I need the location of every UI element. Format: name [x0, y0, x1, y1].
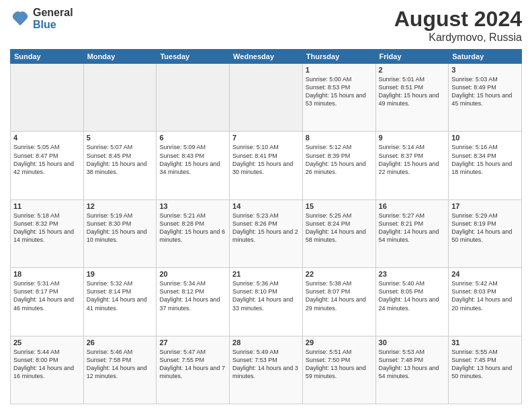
- day-number: 21: [232, 270, 300, 278]
- day-number: 19: [87, 270, 154, 278]
- header: General Blue August 2024 Kardymovo, Russ…: [10, 7, 522, 44]
- day-number: 6: [159, 134, 226, 142]
- day-info: Sunrise: 5:55 AMSunset: 7:45 PMDaylight:…: [451, 348, 519, 381]
- calendar-cell: 15Sunrise: 5:25 AMSunset: 8:24 PMDayligh…: [302, 199, 375, 267]
- day-number: 12: [87, 202, 154, 210]
- day-info: Sunrise: 5:10 AMSunset: 8:41 PMDaylight:…: [232, 143, 300, 176]
- day-info: Sunrise: 5:47 AMSunset: 7:55 PMDaylight:…: [159, 348, 226, 381]
- col-thursday: Thursday: [302, 50, 375, 64]
- day-number: 20: [159, 270, 226, 278]
- calendar-cell: 19Sunrise: 5:32 AMSunset: 8:14 PMDayligh…: [83, 268, 157, 336]
- day-info: Sunrise: 5:21 AMSunset: 8:28 PMDaylight:…: [159, 212, 226, 244]
- day-info: Sunrise: 5:46 AMSunset: 7:58 PMDaylight:…: [87, 348, 154, 381]
- day-number: 30: [379, 338, 446, 347]
- calendar-cell: 17Sunrise: 5:29 AMSunset: 8:19 PMDayligh…: [449, 199, 522, 267]
- day-number: 24: [451, 270, 519, 278]
- calendar-cell: 25Sunrise: 5:44 AMSunset: 8:00 PMDayligh…: [11, 336, 84, 404]
- calendar-cell: [11, 64, 84, 132]
- calendar-cell: 10Sunrise: 5:16 AMSunset: 8:34 PMDayligh…: [449, 132, 522, 199]
- day-info: Sunrise: 5:05 AMSunset: 8:47 PMDaylight:…: [13, 143, 81, 176]
- calendar-cell: 3Sunrise: 5:03 AMSunset: 8:49 PMDaylight…: [449, 64, 522, 132]
- day-info: Sunrise: 5:31 AMSunset: 8:17 PMDaylight:…: [13, 279, 81, 312]
- calendar-header: Sunday Monday Tuesday Wednesday Thursday…: [11, 50, 522, 64]
- logo: General Blue: [10, 7, 73, 30]
- calendar-cell: 27Sunrise: 5:47 AMSunset: 7:55 PMDayligh…: [157, 336, 230, 404]
- header-row: Sunday Monday Tuesday Wednesday Thursday…: [11, 50, 522, 64]
- day-number: 28: [232, 338, 300, 347]
- day-info: Sunrise: 5:07 AMSunset: 8:45 PMDaylight:…: [87, 143, 154, 176]
- calendar-cell: 1Sunrise: 5:00 AMSunset: 8:53 PMDaylight…: [302, 64, 375, 132]
- day-info: Sunrise: 5:18 AMSunset: 8:32 PMDaylight:…: [13, 212, 81, 244]
- day-number: 18: [13, 270, 81, 278]
- calendar-cell: 6Sunrise: 5:09 AMSunset: 8:43 PMDaylight…: [157, 132, 230, 199]
- calendar-cell: 28Sunrise: 5:49 AMSunset: 7:53 PMDayligh…: [230, 336, 303, 404]
- day-info: Sunrise: 5:53 AMSunset: 7:48 PMDaylight:…: [379, 348, 446, 381]
- col-friday: Friday: [375, 50, 449, 64]
- day-number: 29: [306, 338, 373, 347]
- location: Kardymovo, Russia: [394, 32, 522, 44]
- day-info: Sunrise: 5:03 AMSunset: 8:49 PMDaylight:…: [451, 75, 519, 108]
- calendar-cell: [83, 64, 157, 132]
- col-tuesday: Tuesday: [157, 50, 230, 64]
- calendar-cell: 18Sunrise: 5:31 AMSunset: 8:17 PMDayligh…: [11, 268, 84, 336]
- col-wednesday: Wednesday: [230, 50, 303, 64]
- calendar-cell: 16Sunrise: 5:27 AMSunset: 8:21 PMDayligh…: [375, 199, 449, 267]
- logo-blue: Blue: [33, 19, 73, 31]
- calendar-week-4: 18Sunrise: 5:31 AMSunset: 8:17 PMDayligh…: [11, 268, 522, 336]
- day-number: 27: [159, 338, 226, 347]
- calendar-cell: 29Sunrise: 5:51 AMSunset: 7:50 PMDayligh…: [302, 336, 375, 404]
- col-monday: Monday: [83, 50, 157, 64]
- month-title: August 2024: [394, 7, 522, 32]
- logo-icon: [10, 9, 30, 29]
- calendar-cell: 13Sunrise: 5:21 AMSunset: 8:28 PMDayligh…: [157, 199, 230, 267]
- day-number: 11: [13, 202, 81, 210]
- calendar-cell: 23Sunrise: 5:40 AMSunset: 8:05 PMDayligh…: [375, 268, 449, 336]
- day-info: Sunrise: 5:09 AMSunset: 8:43 PMDaylight:…: [159, 143, 226, 176]
- calendar-cell: 12Sunrise: 5:19 AMSunset: 8:30 PMDayligh…: [83, 199, 157, 267]
- calendar-cell: 9Sunrise: 5:14 AMSunset: 8:37 PMDaylight…: [375, 132, 449, 199]
- day-info: Sunrise: 5:00 AMSunset: 8:53 PMDaylight:…: [306, 75, 373, 108]
- calendar-table: Sunday Monday Tuesday Wednesday Thursday…: [10, 49, 522, 404]
- day-info: Sunrise: 5:36 AMSunset: 8:10 PMDaylight:…: [232, 279, 300, 312]
- calendar-cell: 24Sunrise: 5:42 AMSunset: 8:03 PMDayligh…: [449, 268, 522, 336]
- day-info: Sunrise: 5:19 AMSunset: 8:30 PMDaylight:…: [87, 212, 154, 244]
- day-info: Sunrise: 5:23 AMSunset: 8:26 PMDaylight:…: [232, 212, 300, 244]
- day-info: Sunrise: 5:32 AMSunset: 8:14 PMDaylight:…: [87, 279, 154, 312]
- day-number: 14: [232, 202, 300, 210]
- calendar-cell: 11Sunrise: 5:18 AMSunset: 8:32 PMDayligh…: [11, 199, 84, 267]
- day-number: 23: [379, 270, 446, 278]
- calendar-cell: 4Sunrise: 5:05 AMSunset: 8:47 PMDaylight…: [11, 132, 84, 199]
- day-info: Sunrise: 5:29 AMSunset: 8:19 PMDaylight:…: [451, 212, 519, 244]
- day-number: 26: [87, 338, 154, 347]
- day-info: Sunrise: 5:44 AMSunset: 8:00 PMDaylight:…: [13, 348, 81, 381]
- day-info: Sunrise: 5:12 AMSunset: 8:39 PMDaylight:…: [306, 143, 373, 176]
- title-block: August 2024 Kardymovo, Russia: [394, 7, 522, 44]
- logo-text: General Blue: [33, 7, 73, 30]
- day-number: 4: [13, 134, 81, 142]
- day-number: 3: [451, 66, 519, 74]
- day-number: 8: [306, 134, 373, 142]
- day-info: Sunrise: 5:14 AMSunset: 8:37 PMDaylight:…: [379, 143, 446, 176]
- day-info: Sunrise: 5:16 AMSunset: 8:34 PMDaylight:…: [451, 143, 519, 176]
- day-number: 17: [451, 202, 519, 210]
- col-sunday: Sunday: [11, 50, 84, 64]
- day-number: 15: [306, 202, 373, 210]
- day-number: 5: [87, 134, 154, 142]
- day-number: 22: [306, 270, 373, 278]
- col-saturday: Saturday: [449, 50, 522, 64]
- calendar-cell: 7Sunrise: 5:10 AMSunset: 8:41 PMDaylight…: [230, 132, 303, 199]
- calendar-page: General Blue August 2024 Kardymovo, Russ…: [0, 0, 532, 411]
- calendar-week-3: 11Sunrise: 5:18 AMSunset: 8:32 PMDayligh…: [11, 199, 522, 267]
- calendar-cell: 2Sunrise: 5:01 AMSunset: 8:51 PMDaylight…: [375, 64, 449, 132]
- day-info: Sunrise: 5:40 AMSunset: 8:05 PMDaylight:…: [379, 279, 446, 312]
- day-number: 1: [306, 66, 373, 74]
- day-number: 16: [379, 202, 446, 210]
- calendar-week-2: 4Sunrise: 5:05 AMSunset: 8:47 PMDaylight…: [11, 132, 522, 199]
- calendar-cell: [230, 64, 303, 132]
- day-number: 13: [159, 202, 226, 210]
- calendar-week-5: 25Sunrise: 5:44 AMSunset: 8:00 PMDayligh…: [11, 336, 522, 404]
- calendar-cell: 21Sunrise: 5:36 AMSunset: 8:10 PMDayligh…: [230, 268, 303, 336]
- day-info: Sunrise: 5:38 AMSunset: 8:07 PMDaylight:…: [306, 279, 373, 312]
- calendar-body: 1Sunrise: 5:00 AMSunset: 8:53 PMDaylight…: [11, 64, 522, 404]
- day-info: Sunrise: 5:01 AMSunset: 8:51 PMDaylight:…: [379, 75, 446, 108]
